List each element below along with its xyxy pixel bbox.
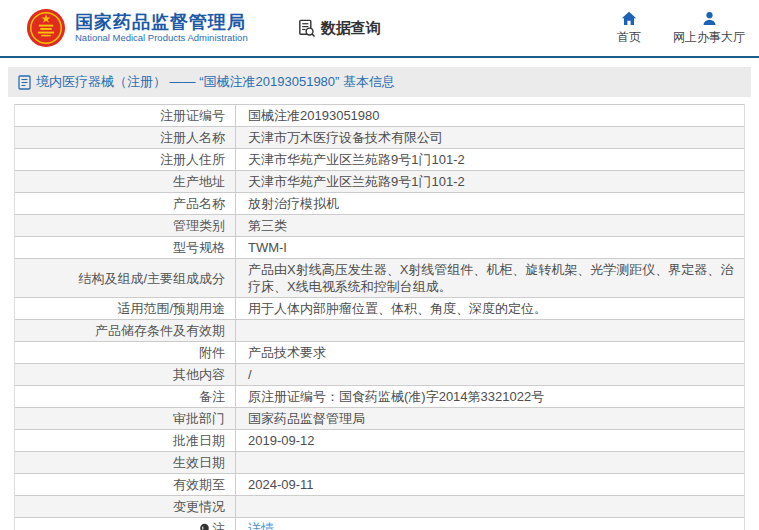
table-row: 管理类别第三类 [15,215,744,237]
agency-logo: 国家药品监督管理局 National Medical Products Admi… [26,8,248,48]
national-emblem-icon [26,8,66,48]
breadcrumb-bar: 境内医疗器械（注册） —— “国械注准20193051980” 基本信息 [8,67,751,97]
table-row: 备注原注册证编号：国食药监械(准)字2014第3321022号 [15,386,744,408]
note-icon [199,523,210,530]
table-row: 结构及组成/主要组成成分产品由X射线高压发生器、X射线管组件、机柜、旋转机架、光… [15,259,744,298]
row-label: 型号规格 [15,237,236,258]
row-value [236,496,744,517]
home-icon [621,11,637,26]
header-nav: 首页 网上办事大厅 [617,11,745,46]
row-value: 产品由X射线高压发生器、X射线管组件、机柜、旋转机架、光学测距仪、界定器、治疗床… [236,259,744,297]
agency-name-cn: 国家药品监督管理局 [75,12,248,32]
table-row: 审批部门国家药品监督管理局 [15,408,744,430]
table-row: 适用范围/预期用途用于人体内部肿瘤位置、体积、角度、深度的定位。 [15,298,744,320]
detail-link[interactable]: 详情 [248,520,274,530]
data-query-icon [296,18,317,39]
row-value: 国家药品监督管理局 [236,408,744,429]
row-value: 第三类 [236,215,744,236]
table-row: 批准日期2019-09-12 [15,430,744,452]
row-value: 原注册证编号：国食药监械(准)字2014第3321022号 [236,386,744,407]
table-row: 变更情况 [15,496,744,518]
row-label: 注 [15,518,236,530]
row-label: 结构及组成/主要组成成分 [15,259,236,297]
row-value [236,320,744,341]
data-query-label: 数据查询 [321,19,381,38]
row-label: 注册证编号 [15,105,236,126]
row-value: 天津市华苑产业区兰苑路9号1门101-2 [236,149,744,170]
row-value: / [236,364,744,385]
nav-home[interactable]: 首页 [617,11,641,46]
agency-name-block: 国家药品监督管理局 National Medical Products Admi… [75,12,248,44]
table-row: 有效期至2024-09-11 [15,474,744,496]
row-value [236,452,744,473]
table-row: 生效日期 [15,452,744,474]
table-row: 产品储存条件及有效期 [15,320,744,342]
table-row: 注册证编号国械注准20193051980 [15,105,744,127]
table-row: 注册人住所天津市华苑产业区兰苑路9号1门101-2 [15,149,744,171]
row-label: 生效日期 [15,452,236,473]
document-icon [18,75,31,90]
nav-online-hall-label: 网上办事大厅 [673,29,745,46]
page-title: 境内医疗器械（注册） —— “国械注准20193051980” 基本信息 [36,73,395,91]
row-value: 用于人体内部肿瘤位置、体积、角度、深度的定位。 [236,298,744,319]
row-value: 2019-09-12 [236,430,744,451]
row-label: 产品储存条件及有效期 [15,320,236,341]
row-value: 产品技术要求 [236,342,744,363]
row-label: 批准日期 [15,430,236,451]
row-value: 放射治疗模拟机 [236,193,744,214]
row-label: 产品名称 [15,193,236,214]
table-row: 其他内容/ [15,364,744,386]
table-row: 注详情 [15,518,744,530]
row-value: 详情 [236,518,744,530]
nav-home-label: 首页 [617,29,641,46]
row-label: 变更情况 [15,496,236,517]
table-row: 附件产品技术要求 [15,342,744,364]
row-label: 附件 [15,342,236,363]
row-label: 审批部门 [15,408,236,429]
row-label: 注册人住所 [15,149,236,170]
row-label: 管理类别 [15,215,236,236]
nav-online-hall[interactable]: 网上办事大厅 [673,11,745,46]
row-label: 生产地址 [15,171,236,192]
row-value: 2024-09-11 [236,474,744,495]
table-row: 注册人名称天津市万木医疗设备技术有限公司 [15,127,744,149]
table-row: 产品名称放射治疗模拟机 [15,193,744,215]
row-label: 备注 [15,386,236,407]
table-row: 型号规格TWM-I [15,237,744,259]
row-value: 国械注准20193051980 [236,105,744,126]
user-icon [702,11,717,26]
row-value: 天津市华苑产业区兰苑路9号1门101-2 [236,171,744,192]
agency-name-en: National Medical Products Administration [75,32,248,44]
row-label: 有效期至 [15,474,236,495]
registration-info-table: 注册证编号国械注准20193051980注册人名称天津市万木医疗设备技术有限公司… [14,104,745,530]
table-row: 生产地址天津市华苑产业区兰苑路9号1门101-2 [15,171,744,193]
row-label: 其他内容 [15,364,236,385]
page-header: 国家药品监督管理局 National Medical Products Admi… [0,0,759,58]
row-label: 适用范围/预期用途 [15,298,236,319]
row-label: 注册人名称 [15,127,236,148]
row-value: 天津市万木医疗设备技术有限公司 [236,127,744,148]
data-query-button[interactable]: 数据查询 [296,18,381,39]
row-value: TWM-I [236,237,744,258]
